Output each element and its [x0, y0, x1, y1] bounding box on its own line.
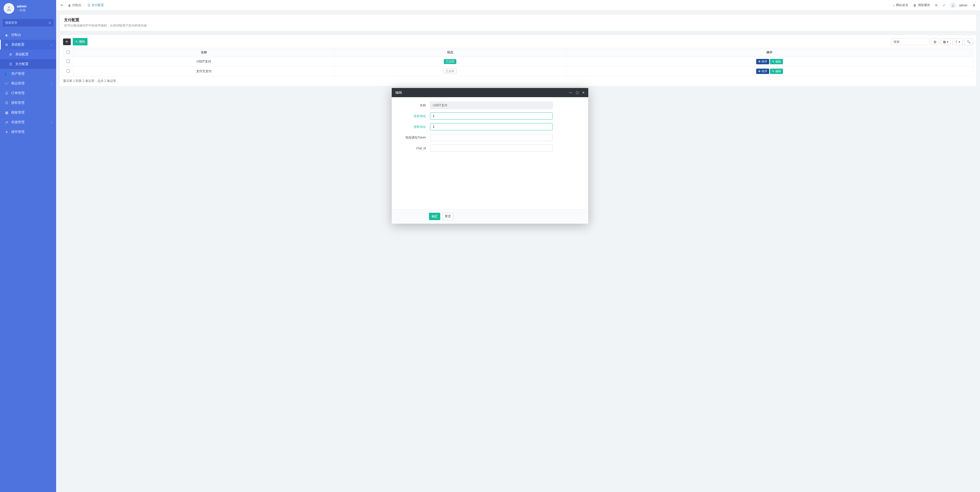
user-status: 在线	[17, 8, 27, 13]
menu-plugins[interactable]: ✈插件管理	[0, 127, 56, 137]
menu-orders[interactable]: ☲订单管理	[0, 88, 56, 98]
maximize-icon[interactable]: ▢	[576, 91, 579, 94]
sidebar-menu: ◐控制台 ⚙系统配置⌄ ⚙基础配置 ☰支付配置 👥用户管理 🛒商品管理‹ ☲订单…	[0, 30, 56, 137]
modal-body: 名称 收款地址 授权地址 电报通知Token chat_id	[392, 97, 588, 209]
tab-dashboard[interactable]: ◐控制台	[66, 2, 84, 9]
col-action[interactable]: 操作	[566, 48, 973, 57]
chevron-left-icon: ‹	[51, 121, 52, 124]
move-icon: ✥	[758, 70, 760, 73]
list-icon: ☰	[88, 3, 90, 7]
menu-payment-config[interactable]: ☰支付配置	[0, 59, 56, 69]
modal-footer: 确定 重置	[392, 209, 588, 224]
label-auth-address: 授权地址	[397, 125, 430, 129]
search-toggle-button[interactable]: 🔍	[964, 38, 973, 45]
svg-point-0	[8, 6, 10, 8]
menu-label: 对接管理	[11, 120, 24, 124]
tab-payment[interactable]: ☰支付配置	[85, 2, 107, 9]
button-label: 编辑	[79, 40, 85, 44]
refresh-table-button[interactable]: ⟳	[63, 38, 71, 45]
col-name[interactable]: 名称	[73, 48, 334, 57]
menu-label: 系统配置	[11, 42, 24, 47]
refresh-button[interactable]: ⟳	[933, 2, 940, 9]
menu-search-button[interactable]	[46, 19, 54, 27]
select-all-checkbox[interactable]	[67, 51, 70, 54]
table-search-input[interactable]	[891, 38, 929, 45]
dashboard-icon: ◐	[68, 3, 71, 7]
menu-label: 授权管理	[11, 100, 24, 105]
payment-table: 名称 状态 操作 USDT支付已启用✥ 排序 ✎ 编辑支付宝支付已关闭✥ 排序 …	[63, 48, 973, 76]
trash-icon: 🗑	[913, 3, 916, 7]
modal-header[interactable]: 编辑 — ▢ ✕	[392, 88, 588, 97]
sort-button[interactable]: ✥ 排序	[756, 59, 769, 64]
home-link[interactable]: ⌂网站首页	[891, 2, 910, 9]
minimize-icon[interactable]: —	[569, 91, 572, 94]
menu-label: 商品管理	[11, 81, 24, 86]
label-recv-address: 收款地址	[397, 114, 430, 118]
expand-icon: ⤢	[943, 3, 945, 7]
menu-dashboard[interactable]: ◐控制台	[0, 30, 56, 40]
input-name[interactable]	[430, 102, 552, 109]
cell-name: 支付宝支付	[73, 67, 334, 76]
pencil-icon: ✎	[75, 40, 78, 44]
pencil-icon: ✎	[772, 60, 774, 63]
refresh-icon: ⟳	[935, 3, 938, 7]
input-chat-id[interactable]	[430, 144, 552, 152]
avatar	[3, 3, 14, 14]
pager-info: 显示第 1 到第 2 条记录，总共 2 条记录	[63, 79, 973, 83]
input-recv-address[interactable]	[430, 113, 552, 120]
list-icon: ☲	[5, 101, 9, 105]
modal-title: 编辑	[395, 90, 402, 95]
grid-icon: ▦	[943, 40, 946, 44]
fullscreen-button[interactable]: ⤢	[941, 2, 947, 9]
menu-integrate[interactable]: ⇄对接管理‹	[0, 117, 56, 127]
user-menu[interactable]: admin	[957, 2, 969, 9]
edit-button[interactable]: ✎编辑	[73, 38, 88, 45]
status-badge[interactable]: 已启用	[444, 59, 456, 64]
view-toggle-button[interactable]: ▦ ▾	[940, 38, 951, 45]
sidebar: admin 在线 ◐控制台 ⚙系统配置⌄ ⚙基础配置 ☰支付配置 👥用户管理 🛒…	[0, 0, 56, 492]
link-label: 清除缓存	[918, 3, 930, 7]
list-icon: ☰	[9, 62, 13, 66]
label-name: 名称	[397, 103, 430, 108]
menu-search-input[interactable]	[3, 19, 46, 27]
list-icon: ☲	[5, 91, 9, 95]
page-header: 支付配置 您可以拖动操作栏中的排序按钮，从而控制用户支付的优先级	[60, 14, 977, 31]
menu-template[interactable]: ▦模板管理	[0, 108, 56, 117]
menu-users[interactable]: 👥用户管理	[0, 69, 56, 79]
gear-icon: ⚙	[9, 52, 13, 56]
label-telegram-token: 电报通知Token	[397, 135, 430, 140]
toggle-sidebar-button[interactable]: ≡	[59, 2, 65, 9]
confirm-button[interactable]: 确定	[429, 213, 440, 220]
caret-down-icon: ▾	[959, 40, 960, 44]
users-icon: 👥	[5, 72, 9, 76]
table-panel: ⟳ ✎编辑 ▥ ▦ ▾ ⇪ ▾ 🔍 名称	[60, 35, 977, 86]
menu-label: 基础配置	[15, 52, 29, 57]
row-edit-button[interactable]: ✎ 编辑	[770, 68, 783, 74]
topbar: ≡ ◐控制台 ☰支付配置 ⌂网站首页 🗑清除缓存 ⟳ ⤢ admin ⚙	[56, 0, 980, 11]
input-auth-address[interactable]	[430, 123, 552, 130]
svg-point-1	[49, 22, 50, 24]
settings-button[interactable]: ⚙	[970, 2, 977, 9]
sort-button[interactable]: ✥ 排序	[756, 68, 769, 74]
menu-basic-config[interactable]: ⚙基础配置	[0, 49, 56, 59]
sidebar-user-block: admin 在线	[0, 0, 56, 17]
input-telegram-token[interactable]	[430, 134, 552, 141]
menu-label: 插件管理	[11, 130, 24, 134]
cart-icon: 🛒	[5, 82, 9, 86]
row-edit-button[interactable]: ✎ 编辑	[770, 59, 783, 64]
menu-system[interactable]: ⚙系统配置⌄	[0, 40, 56, 49]
row-checkbox[interactable]	[67, 69, 70, 73]
export-icon: ⇪	[955, 40, 958, 44]
reset-button[interactable]: 重置	[442, 213, 453, 220]
col-status[interactable]: 状态	[334, 48, 566, 57]
menu-auth[interactable]: ☲授权管理	[0, 98, 56, 108]
export-button[interactable]: ⇪ ▾	[953, 38, 963, 45]
menu-goods[interactable]: 🛒商品管理‹	[0, 79, 56, 88]
clear-cache-button[interactable]: 🗑清除缓存	[912, 2, 932, 9]
refresh-icon: ⟳	[65, 40, 68, 44]
close-icon[interactable]: ✕	[582, 91, 585, 94]
row-checkbox[interactable]	[67, 60, 70, 63]
cell-name: USDT支付	[73, 57, 334, 67]
status-badge[interactable]: 已关闭	[444, 68, 457, 74]
columns-button[interactable]: ▥	[931, 38, 939, 45]
